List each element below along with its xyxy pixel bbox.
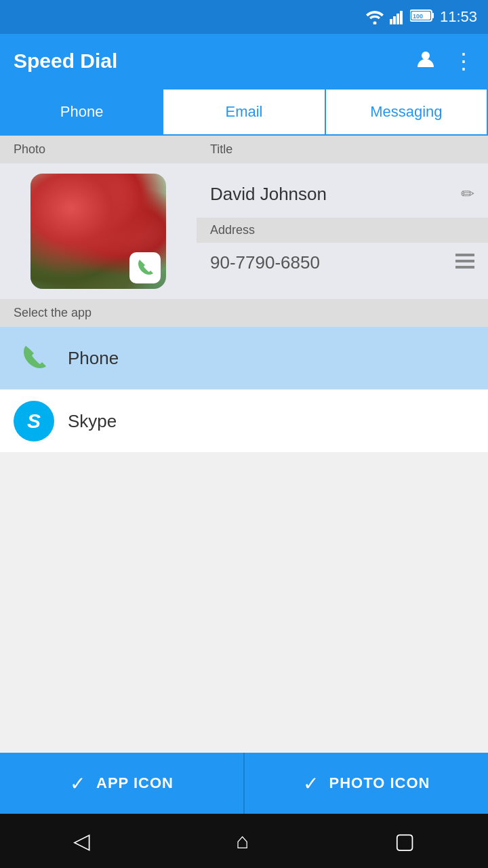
status-bar: 100 11:53: [0, 0, 488, 34]
phone-app-label: Phone: [68, 348, 119, 369]
phone-app-icon: [14, 338, 54, 378]
skype-app-label: Skype: [68, 411, 117, 432]
contact-info: David Johnson ✏ Address 90-7790-6850: [197, 163, 488, 299]
select-app-header: Select the app: [0, 299, 488, 327]
section-header-photo-title: Photo Title: [0, 136, 488, 163]
recents-button[interactable]: ▢: [394, 828, 415, 854]
photo-label: Photo: [0, 136, 197, 163]
edit-icon[interactable]: ✏: [461, 184, 474, 203]
app-icon-label: APP ICON: [96, 774, 174, 792]
contact-photo-area: [0, 163, 197, 299]
svg-point-9: [422, 52, 430, 60]
contact-name: David Johnson: [210, 184, 327, 205]
svg-rect-4: [400, 11, 403, 24]
svg-rect-6: [432, 13, 434, 18]
tabs-container: Phone Email Messaging: [0, 88, 488, 136]
main-content: Photo Title David Johnson ✏ Address 90-7…: [0, 136, 488, 800]
app-item-phone[interactable]: Phone: [0, 327, 488, 390]
svg-rect-3: [396, 14, 399, 24]
empty-space: [0, 453, 488, 800]
app-icon-button[interactable]: ✓ APP ICON: [0, 753, 245, 814]
battery-level: 100: [410, 9, 434, 25]
more-options-icon[interactable]: ⋮: [453, 50, 474, 72]
contact-row: David Johnson ✏ Address 90-7790-6850: [0, 163, 488, 299]
app-item-skype[interactable]: S Skype: [0, 390, 488, 453]
home-button[interactable]: ⌂: [236, 829, 249, 854]
app-bar: Speed Dial ⋮: [0, 34, 488, 88]
wifi-icon: [365, 9, 384, 24]
nav-bar: ◁ ⌂ ▢: [0, 814, 488, 868]
svg-rect-10: [455, 254, 474, 256]
phone-badge: [129, 252, 161, 283]
svg-rect-12: [455, 266, 474, 269]
tab-phone[interactable]: Phone: [1, 90, 162, 134]
app-bar-actions: ⋮: [415, 48, 474, 75]
svg-rect-1: [390, 19, 392, 24]
status-icons: 100 11:53: [365, 8, 477, 26]
svg-rect-11: [455, 260, 474, 262]
bottom-buttons: ✓ APP ICON ✓ PHOTO ICON: [0, 753, 488, 814]
tab-email[interactable]: Email: [162, 90, 324, 134]
svg-text:100: 100: [413, 13, 423, 20]
address-label: Address: [197, 218, 488, 243]
photo-icon-check: ✓: [303, 772, 319, 795]
svg-point-0: [373, 22, 376, 25]
contact-photo: [30, 174, 166, 289]
account-icon[interactable]: [415, 48, 436, 75]
photo-icon-button[interactable]: ✓ PHOTO ICON: [245, 753, 488, 814]
photo-icon-label: PHOTO ICON: [329, 774, 430, 792]
contact-name-row: David Johnson ✏: [197, 163, 488, 218]
back-button[interactable]: ◁: [73, 828, 90, 854]
tab-messaging[interactable]: Messaging: [325, 90, 487, 134]
time: 11:53: [440, 8, 477, 26]
svg-rect-2: [393, 16, 396, 24]
contact-number-row: 90-7790-6850: [197, 243, 488, 283]
app-icon-check: ✓: [70, 772, 85, 795]
contact-number: 90-7790-6850: [210, 252, 320, 273]
list-icon[interactable]: [455, 254, 474, 273]
title-label: Title: [197, 136, 488, 163]
app-title: Speed Dial: [14, 50, 117, 73]
skype-app-icon: S: [14, 401, 54, 441]
app-list: Phone S Skype: [0, 327, 488, 453]
signal-icon: [390, 9, 405, 24]
